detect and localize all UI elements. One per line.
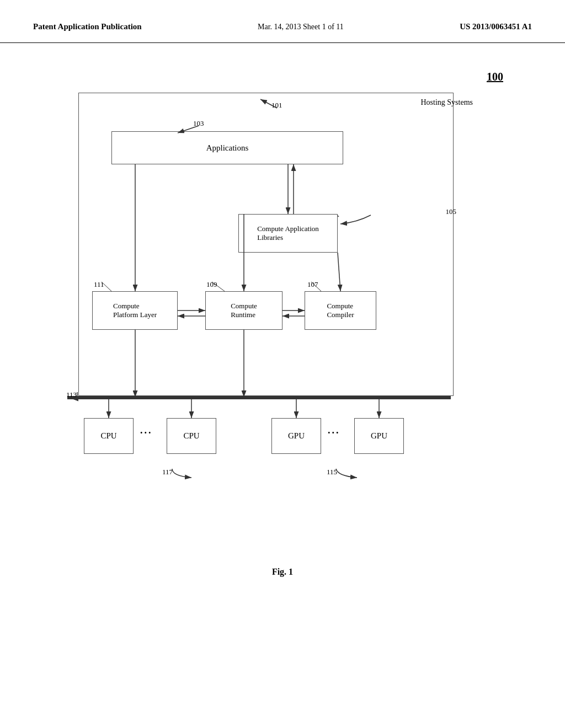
gpu1-label: GPU: [288, 431, 305, 441]
applications-box: Applications: [111, 131, 343, 164]
cr-box: ComputeRuntime: [205, 291, 282, 330]
dots-gpu: ···: [328, 427, 340, 439]
header-right: US 2013/0063451 A1: [460, 22, 532, 31]
cc-box: ComputeCompiler: [305, 291, 376, 330]
ref-111: 111: [94, 280, 104, 289]
hosting-systems-label: Hosting Systems: [420, 98, 473, 107]
page-header: Patent Application Publication Mar. 14, …: [0, 0, 565, 43]
cpu1-label: CPU: [100, 431, 116, 441]
gpu2-label: GPU: [371, 431, 387, 441]
gpu-box-1: GPU: [271, 418, 321, 454]
cpu-box-2: CPU: [167, 418, 216, 454]
header-left: Patent Application Publication: [33, 22, 142, 31]
cpu2-label: CPU: [183, 431, 199, 441]
cc-label: ComputeCompiler: [327, 302, 354, 319]
diagram-container: 100 Hosting Systems Applications Compute…: [56, 60, 509, 545]
ref-101: 101: [271, 101, 282, 110]
gpu-box-2: GPU: [354, 418, 404, 454]
cr-label: ComputeRuntime: [231, 302, 257, 319]
ref-117: 117: [162, 468, 173, 477]
cal-box: Compute ApplicationLibraries: [238, 214, 338, 253]
ref-105: 105: [446, 207, 457, 216]
dots-cpu: ···: [140, 427, 153, 439]
ref-103: 103: [193, 119, 204, 128]
ref-107: 107: [307, 280, 318, 289]
fig-label: Fig. 1: [272, 567, 293, 576]
ref-115: 115: [327, 468, 337, 477]
cal-label: Compute ApplicationLibraries: [257, 224, 319, 242]
applications-label: Applications: [206, 143, 249, 153]
hardware-bus-line: [67, 396, 451, 399]
diagram-area: 100 Hosting Systems Applications Compute…: [0, 49, 565, 556]
fig-caption: Fig. 1: [0, 567, 565, 599]
cpu-box-1: CPU: [84, 418, 134, 454]
ref-113: 113: [66, 390, 77, 399]
cpl-label: ComputePlatform Layer: [113, 302, 157, 319]
ref-109: 109: [206, 280, 217, 289]
header-center: Mar. 14, 2013 Sheet 1 of 11: [258, 23, 344, 31]
cpl-box: ComputePlatform Layer: [92, 291, 178, 330]
label-100: 100: [487, 71, 503, 83]
